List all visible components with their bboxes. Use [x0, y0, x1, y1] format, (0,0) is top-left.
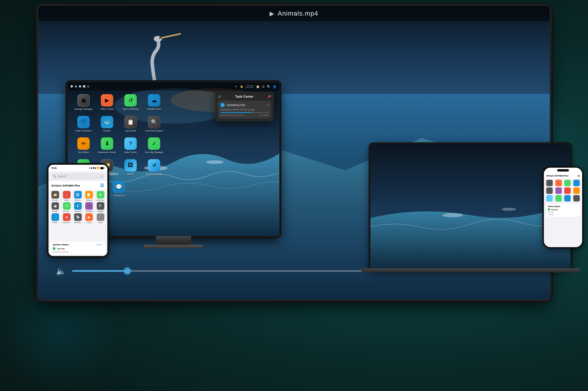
- progress-fill: [72, 270, 127, 272]
- download-center-icon: ⬇: [101, 137, 113, 150]
- iphone-app-7[interactable]: [564, 187, 572, 194]
- app-docker[interactable]: 🐳 Docker: [97, 116, 117, 132]
- app-sync-backup[interactable]: ↺ Sync & Backup: [121, 94, 141, 111]
- home-icon[interactable]: 🏠: [256, 85, 260, 88]
- iphone-app-12[interactable]: [573, 195, 581, 202]
- video-center-icon: ▶: [101, 94, 113, 107]
- app-version-manager[interactable]: ↺ Version Manager: [144, 159, 164, 176]
- iphone-app-2[interactable]: [555, 180, 563, 186]
- iphone-ui: NASync DXP4800 Plus ⊞: [544, 168, 582, 247]
- task-size: 29.12GB/42.12GB (66%): [220, 114, 243, 116]
- ipad-apps-row-1: 📁 File man... ♪ Music 🖼 Photo ai... 📝 No…: [50, 191, 106, 201]
- app-universal-search[interactable]: 🔍 Universal Search: [144, 116, 164, 132]
- signal-2: [91, 167, 92, 169]
- ipad-app-photo[interactable]: 🖼 Photo ai...: [73, 191, 83, 201]
- iphone-app-11[interactable]: [564, 195, 572, 202]
- ipad-container: 9:41 📶 🔍 Search ≡: [49, 165, 107, 256]
- iphone-app-3[interactable]: [564, 180, 572, 186]
- ipad-player-icon: ▶: [85, 213, 93, 221]
- app-text-editor[interactable]: ✏ Text Editor: [74, 137, 93, 154]
- app-log-center[interactable]: 📋 Log Center: [121, 116, 141, 132]
- security-manager-icon: ✓: [148, 137, 160, 150]
- ipad-app-dl2[interactable]: ⬇ Download: [73, 202, 83, 212]
- iphone-app-8[interactable]: [573, 187, 581, 194]
- task-filename: Uploading: Family Photos 12.jpg: [220, 108, 269, 111]
- refresh-icon[interactable]: ↻: [266, 104, 269, 107]
- iphone-apps-grid: [544, 179, 582, 203]
- ipad-app-music[interactable]: ♪ Music: [61, 191, 71, 201]
- ipad-player-label: Player: [87, 222, 92, 223]
- iphone-icon-1: [546, 180, 553, 186]
- task-center-title: Task Center: [235, 95, 253, 98]
- iphone-app-6[interactable]: [555, 187, 563, 194]
- ipad-network-label: Network...: [74, 222, 82, 223]
- app-download-center[interactable]: ⬇ Download Center: [97, 137, 117, 154]
- ipad-app-player[interactable]: ▶ Player: [84, 213, 94, 223]
- signal-4: [95, 167, 96, 169]
- app-storage-manager[interactable]: ▣ Storage Manager: [74, 94, 93, 111]
- menu-icon[interactable]: ☰: [262, 85, 265, 88]
- ipad-app-online[interactable]: 🌐 Online...: [50, 213, 60, 223]
- ipad-app-download[interactable]: ⬇ Download: [96, 191, 106, 201]
- laptop-body: [360, 268, 580, 272]
- iphone-app-9[interactable]: [546, 195, 554, 202]
- ipad-app-voicebook[interactable]: 🎧 VoiceBook: [84, 202, 94, 212]
- ipad-app-appcom[interactable]: ⊕ App Com...: [61, 213, 71, 223]
- task-item-upload[interactable]: ⬆ Uploading (236) ↻ Uploading: Family Ph…: [218, 101, 271, 119]
- ipad-app-fileman[interactable]: 📁 File man...: [50, 191, 60, 201]
- ipad-device-icon: 🖥: [99, 182, 104, 189]
- laptop-ocean-svg: [370, 144, 570, 268]
- ipad-search-bar[interactable]: 🔍 Search ≡: [51, 173, 105, 179]
- ipad-app-spotlight[interactable]: 🔍 Spotlight: [96, 202, 106, 212]
- ipad-storage-label: Storage...: [52, 210, 59, 212]
- status-dot-green: [53, 247, 56, 250]
- ipad-status-normal: Normal: [57, 247, 65, 250]
- app-security-manager[interactable]: ✓ Security Manager: [144, 137, 164, 154]
- task-center-pin-icon[interactable]: 📌: [268, 95, 271, 98]
- task-item-header: ⬆ Uploading (236) ↻: [220, 103, 269, 107]
- ipad-app-network[interactable]: 📡 Network...: [73, 213, 83, 223]
- bell-icon[interactable]: 🔔: [240, 85, 243, 88]
- task-center-popup: 🗑 Task Center 📌 ⬆ Uploading (236) ↻ Uplo…: [215, 92, 274, 122]
- user-icon[interactable]: 👤: [273, 85, 276, 88]
- help-center-icon: ?: [124, 137, 137, 150]
- ipad-status-more[interactable]: More >: [97, 244, 103, 246]
- ipad-apps-row-3: 🌐 Online... ⊕ App Com... 📡 Network... ▶ …: [50, 213, 106, 223]
- ipad-storage-info: 3.84xTB 3.84xTB: [53, 251, 69, 253]
- album-icon: 🖼: [124, 159, 137, 172]
- iphone-icon-6: [555, 187, 562, 194]
- iphone-icon-11: [564, 195, 571, 202]
- app-album[interactable]: 🖼 Album: [121, 159, 141, 176]
- ipad-voicebook-label: VoiceBook: [85, 210, 93, 212]
- app-help-center[interactable]: ? Help Center: [121, 137, 141, 154]
- ipad-online-icon: 🌐: [51, 213, 59, 221]
- iphone-container: NASync DXP4800 Plus ⊞: [544, 168, 582, 247]
- ipad-app-synchro[interactable]: ↺ Synchro...: [61, 202, 71, 212]
- ipad-notepad-label: Notepad: [86, 199, 92, 201]
- iphone-app-1[interactable]: [546, 180, 554, 186]
- upload-icon: ⬆: [220, 103, 225, 107]
- ipad-app-storage[interactable]: ▣ Storage...: [50, 202, 60, 212]
- topbar-dot-4: ♪: [87, 85, 89, 88]
- iphone-app-5[interactable]: [546, 187, 554, 194]
- app-video-center[interactable]: ▶ Video Center: [97, 94, 117, 111]
- iphone-status-row: Normal: [548, 208, 578, 211]
- log-center-icon: 📋: [124, 116, 137, 128]
- ipad-app-notepad[interactable]: 📝 Notepad: [84, 191, 94, 201]
- topbar-left: ⊞ ▣ 📧 📊 ♪: [71, 85, 89, 88]
- app-data-protection[interactable]: 🛡 Data Protection: [74, 116, 93, 132]
- grid-icon[interactable]: ⊞: [71, 85, 73, 88]
- app-netdisk[interactable]: ☁ Netdisk Tools: [144, 94, 164, 111]
- iphone-notch-bar: [557, 169, 569, 172]
- iphone-app-4[interactable]: [573, 180, 581, 186]
- wifi-icon: 📶: [96, 167, 99, 169]
- ipad-device-name: NASync DXP4800 Plus: [51, 184, 80, 187]
- iphone-app-10[interactable]: [555, 195, 563, 202]
- ipad-apps-row-2: ▣ Storage... ↺ Synchro... ⬇ Download 🎧 V…: [50, 202, 106, 212]
- search-icon[interactable]: 🔍: [267, 85, 270, 88]
- ipad-notepad-icon: 📝: [85, 191, 93, 199]
- ipad-appcom-label: App Com...: [63, 222, 71, 223]
- ipad-app-more[interactable]: ⋯ More: [96, 213, 106, 223]
- ipad-fileman-label: File man...: [51, 199, 59, 201]
- iphone-icon-2: [555, 180, 562, 186]
